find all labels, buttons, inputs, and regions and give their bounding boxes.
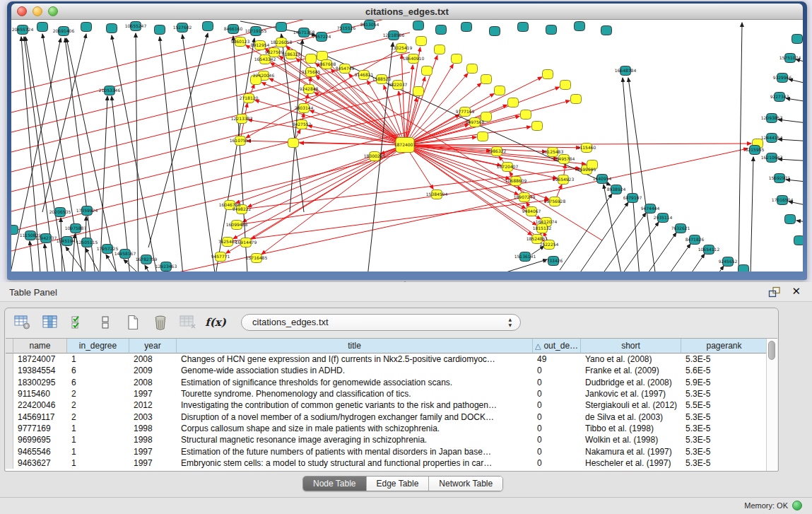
graph-edge[interactable] bbox=[751, 157, 753, 271]
graph-node[interactable] bbox=[519, 193, 530, 202]
graph-node[interactable] bbox=[436, 25, 447, 35]
table-cell[interactable]: 0 bbox=[533, 424, 581, 433]
function-builder-icon[interactable]: f(x) bbox=[206, 313, 225, 332]
graph-node[interactable] bbox=[587, 160, 598, 170]
graph-node[interactable] bbox=[575, 22, 585, 31]
graph-node[interactable] bbox=[235, 136, 246, 146]
graph-node[interactable] bbox=[107, 24, 117, 33]
table-cell[interactable]: 2012 bbox=[129, 400, 177, 410]
graph-node[interactable] bbox=[155, 25, 165, 35]
table-cell[interactable]: 49 bbox=[533, 354, 581, 364]
table-cell[interactable]: 5.5E-5 bbox=[681, 400, 767, 410]
graph-node[interactable] bbox=[304, 85, 314, 94]
graph-node[interactable] bbox=[461, 23, 472, 32]
graph-node[interactable] bbox=[658, 214, 669, 223]
graph-edge[interactable] bbox=[145, 265, 163, 271]
graph-edge[interactable] bbox=[606, 222, 659, 271]
graph-node[interactable] bbox=[232, 221, 242, 230]
table-cell[interactable]: 5.9E-5 bbox=[681, 378, 767, 387]
graph-node[interactable] bbox=[241, 238, 252, 247]
graph-node[interactable] bbox=[235, 37, 246, 47]
graph-node[interactable] bbox=[59, 27, 69, 36]
graph-edge[interactable] bbox=[405, 144, 751, 145]
table-cell[interactable]: Disruption of a novel member of a sodium… bbox=[177, 412, 533, 422]
tab-edge-table[interactable]: Edge Table bbox=[367, 477, 430, 491]
graph-node[interactable] bbox=[340, 64, 351, 74]
graph-edge[interactable] bbox=[671, 266, 724, 271]
graph-node[interactable] bbox=[389, 31, 399, 40]
graph-edge[interactable] bbox=[778, 139, 803, 141]
graph-node[interactable] bbox=[322, 60, 332, 69]
table-cell[interactable]: de Silva et al. (2003) bbox=[581, 412, 681, 422]
graph-node[interactable] bbox=[723, 257, 734, 267]
close-panel-icon[interactable]: ✕ bbox=[792, 285, 801, 298]
table-row[interactable]: 1830029562008Estimation of significance … bbox=[6, 377, 777, 388]
graph-edge[interactable] bbox=[405, 145, 549, 199]
table-row[interactable]: 977716911998Corpus callosum shape and si… bbox=[6, 423, 777, 434]
graph-node[interactable] bbox=[502, 163, 513, 172]
graph-edge[interactable] bbox=[405, 65, 413, 145]
graph-node[interactable] bbox=[41, 234, 52, 243]
table-row[interactable]: 2242004622012Investigating the contribut… bbox=[6, 399, 777, 411]
table-cell[interactable]: 1997 bbox=[129, 389, 177, 399]
table-cell[interactable]: 5.3E-5 bbox=[681, 458, 767, 468]
table-cell[interactable]: Wolkin et al. (1998) bbox=[581, 435, 681, 445]
graph-node[interactable] bbox=[82, 206, 93, 216]
graph-node[interactable] bbox=[269, 48, 280, 57]
graph-node[interactable] bbox=[543, 70, 553, 79]
graph-node[interactable] bbox=[521, 110, 531, 119]
graph-node[interactable] bbox=[223, 238, 233, 247]
table-cell[interactable]: Nakamura et al. (1997) bbox=[581, 447, 681, 457]
float-panel-icon[interactable] bbox=[768, 286, 781, 298]
table-cell[interactable]: 9465546 bbox=[13, 447, 67, 457]
table-cell[interactable]: 2009 bbox=[129, 366, 177, 375]
graph-edge[interactable] bbox=[739, 23, 742, 271]
table-cell[interactable]: 1 bbox=[67, 458, 129, 468]
table-cell[interactable]: 1997 bbox=[129, 458, 177, 468]
table-cell[interactable]: 0 bbox=[533, 447, 581, 457]
table-cell[interactable]: 6 bbox=[67, 378, 129, 387]
graph-node[interactable] bbox=[520, 252, 531, 262]
graph-node[interactable] bbox=[548, 148, 558, 157]
table-cell[interactable]: Dudbridge et al. (2008) bbox=[581, 378, 681, 387]
graph-node[interactable] bbox=[177, 23, 188, 33]
graph-node[interactable] bbox=[532, 122, 543, 131]
graph-edge[interactable] bbox=[778, 159, 803, 161]
graph-node[interactable] bbox=[775, 93, 785, 102]
table-cell[interactable]: 5.3E-5 bbox=[681, 412, 767, 422]
graph-node[interactable] bbox=[422, 66, 433, 76]
graph-edge[interactable] bbox=[652, 254, 705, 271]
table-cell[interactable]: Yano et al. (2008) bbox=[581, 354, 681, 364]
table-cell[interactable]: 1998 bbox=[129, 435, 177, 445]
graph-node[interactable] bbox=[777, 74, 788, 83]
graph-node[interactable] bbox=[237, 205, 247, 214]
import-table-icon[interactable] bbox=[179, 313, 197, 332]
memory-indicator[interactable]: Memory: OK bbox=[744, 501, 802, 510]
table-cell[interactable]: 9777169 bbox=[13, 424, 67, 433]
graph-node[interactable] bbox=[413, 87, 424, 96]
graph-node[interactable] bbox=[611, 185, 622, 194]
table-cell[interactable]: 9463627 bbox=[13, 458, 67, 468]
graph-node[interactable] bbox=[550, 197, 560, 206]
graph-node[interactable] bbox=[317, 33, 327, 42]
graph-node[interactable] bbox=[105, 86, 115, 95]
graph-node[interactable] bbox=[216, 252, 226, 262]
graph-edge[interactable] bbox=[261, 83, 405, 145]
graph-node[interactable] bbox=[767, 114, 777, 123]
graph-edge[interactable] bbox=[61, 218, 62, 271]
graph-node[interactable] bbox=[25, 231, 36, 240]
table-cell[interactable]: Genome-wide association studies in ADHD. bbox=[177, 366, 533, 375]
graph-node[interactable] bbox=[775, 174, 785, 183]
graph-node[interactable] bbox=[237, 115, 247, 124]
graph-node[interactable] bbox=[413, 21, 424, 30]
table-cell[interactable]: Tibbo et al. (1998) bbox=[581, 424, 681, 433]
table-cell[interactable]: 9115460 bbox=[13, 389, 67, 399]
graph-edge[interactable] bbox=[638, 244, 690, 271]
table-cell[interactable]: Investigating the contribution of common… bbox=[177, 400, 533, 410]
graph-edge[interactable] bbox=[789, 201, 803, 205]
table-cell[interactable]: Tourette syndrome. Phenomenology and cla… bbox=[177, 389, 533, 399]
table-cell[interactable]: Franke et al. (2009) bbox=[581, 366, 681, 375]
graph-node[interactable] bbox=[792, 35, 803, 44]
table-row[interactable]: 1456911722003Disruption of a novel membe… bbox=[6, 411, 777, 422]
graph-node[interactable] bbox=[704, 245, 714, 255]
